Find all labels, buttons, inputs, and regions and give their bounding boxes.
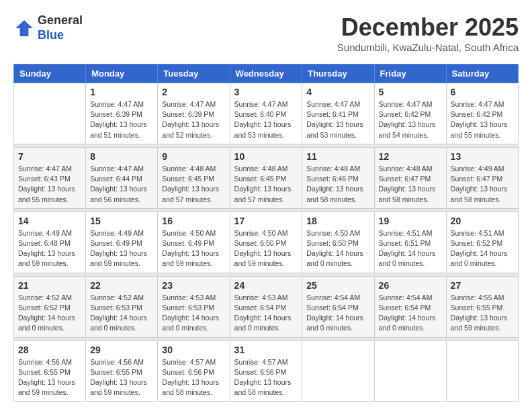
day-info: Sunrise: 4:55 AMSunset: 6:55 PMDaylight:…	[451, 293, 514, 334]
day-number: 31	[234, 345, 298, 355]
calendar-day-cell: 13Sunrise: 4:49 AMSunset: 6:47 PMDayligh…	[446, 147, 518, 208]
title-block: December 2025 Sundumbili, KwaZulu-Natal,…	[337, 13, 519, 53]
day-number: 15	[90, 216, 153, 226]
calendar-day-cell: 5Sunrise: 4:47 AMSunset: 6:42 PMDaylight…	[374, 83, 446, 144]
day-info: Sunrise: 4:56 AMSunset: 6:55 PMDaylight:…	[90, 357, 153, 398]
calendar-day-cell: 1Sunrise: 4:47 AMSunset: 6:39 PMDaylight…	[86, 83, 158, 144]
day-info: Sunrise: 4:49 AMSunset: 6:47 PMDaylight:…	[451, 164, 514, 205]
header-day-wednesday: Wednesday	[230, 64, 302, 83]
calendar-day-cell: 14Sunrise: 4:49 AMSunset: 6:48 PMDayligh…	[14, 212, 86, 273]
logo: General Blue	[13, 13, 83, 42]
day-info: Sunrise: 4:56 AMSunset: 6:55 PMDaylight:…	[18, 357, 81, 398]
logo-general: General	[38, 13, 83, 27]
calendar-day-cell: 21Sunrise: 4:52 AMSunset: 6:52 PMDayligh…	[14, 276, 86, 337]
calendar-day-cell: 3Sunrise: 4:47 AMSunset: 6:40 PMDaylight…	[230, 83, 302, 144]
header-day-friday: Friday	[374, 64, 446, 83]
header-day-tuesday: Tuesday	[158, 64, 230, 83]
calendar-week-row: 7Sunrise: 4:47 AMSunset: 6:43 PMDaylight…	[14, 147, 519, 208]
day-number: 20	[451, 216, 514, 226]
calendar-day-cell: 31Sunrise: 4:57 AMSunset: 6:56 PMDayligh…	[230, 340, 302, 402]
day-info: Sunrise: 4:47 AMSunset: 6:39 PMDaylight:…	[162, 99, 225, 140]
calendar-day-cell: 27Sunrise: 4:55 AMSunset: 6:55 PMDayligh…	[446, 276, 518, 337]
calendar-day-cell: 2Sunrise: 4:47 AMSunset: 6:39 PMDaylight…	[158, 83, 230, 144]
location-subtitle: Sundumbili, KwaZulu-Natal, South Africa	[337, 42, 519, 53]
day-info: Sunrise: 4:47 AMSunset: 6:44 PMDaylight:…	[90, 164, 153, 205]
calendar-week-row: 14Sunrise: 4:49 AMSunset: 6:48 PMDayligh…	[14, 212, 519, 273]
calendar-day-cell	[374, 340, 446, 402]
day-info: Sunrise: 4:48 AMSunset: 6:46 PMDaylight:…	[306, 164, 369, 205]
header-day-monday: Monday	[86, 64, 158, 83]
day-info: Sunrise: 4:52 AMSunset: 6:52 PMDaylight:…	[18, 293, 81, 334]
calendar-day-cell: 19Sunrise: 4:51 AMSunset: 6:51 PMDayligh…	[374, 212, 446, 273]
day-number: 28	[18, 345, 81, 355]
calendar-day-cell: 9Sunrise: 4:48 AMSunset: 6:45 PMDaylight…	[158, 147, 230, 208]
day-number: 6	[451, 87, 514, 97]
day-info: Sunrise: 4:50 AMSunset: 6:50 PMDaylight:…	[234, 228, 298, 269]
calendar-day-cell: 29Sunrise: 4:56 AMSunset: 6:55 PMDayligh…	[86, 340, 158, 402]
day-info: Sunrise: 4:53 AMSunset: 6:53 PMDaylight:…	[162, 293, 225, 334]
day-number: 4	[306, 87, 369, 97]
calendar-day-cell: 22Sunrise: 4:52 AMSunset: 6:53 PMDayligh…	[86, 276, 158, 337]
calendar-day-cell	[446, 340, 518, 402]
calendar-day-cell: 24Sunrise: 4:53 AMSunset: 6:54 PMDayligh…	[230, 276, 302, 337]
day-info: Sunrise: 4:48 AMSunset: 6:45 PMDaylight:…	[234, 164, 298, 205]
day-info: Sunrise: 4:47 AMSunset: 6:40 PMDaylight:…	[234, 99, 298, 140]
calendar-day-cell: 28Sunrise: 4:56 AMSunset: 6:55 PMDayligh…	[14, 340, 86, 402]
calendar-day-cell: 4Sunrise: 4:47 AMSunset: 6:41 PMDaylight…	[302, 83, 374, 144]
day-info: Sunrise: 4:47 AMSunset: 6:42 PMDaylight:…	[451, 99, 514, 140]
day-info: Sunrise: 4:50 AMSunset: 6:49 PMDaylight:…	[162, 228, 225, 269]
day-info: Sunrise: 4:57 AMSunset: 6:56 PMDaylight:…	[234, 357, 298, 398]
header-day-saturday: Saturday	[446, 64, 518, 83]
day-info: Sunrise: 4:53 AMSunset: 6:54 PMDaylight:…	[234, 293, 298, 334]
day-number: 25	[306, 280, 369, 291]
day-number: 27	[451, 280, 514, 291]
day-number: 14	[18, 216, 81, 226]
svg-marker-0	[15, 20, 33, 36]
day-number: 7	[18, 151, 81, 162]
calendar-day-cell: 7Sunrise: 4:47 AMSunset: 6:43 PMDaylight…	[14, 147, 86, 208]
calendar-day-cell: 26Sunrise: 4:54 AMSunset: 6:54 PMDayligh…	[374, 276, 446, 337]
day-info: Sunrise: 4:54 AMSunset: 6:54 PMDaylight:…	[379, 293, 442, 334]
day-number: 19	[379, 216, 442, 226]
day-number: 23	[162, 280, 225, 291]
day-info: Sunrise: 4:57 AMSunset: 6:56 PMDaylight:…	[162, 357, 225, 398]
calendar-week-row: 21Sunrise: 4:52 AMSunset: 6:52 PMDayligh…	[14, 276, 519, 337]
calendar-day-cell: 18Sunrise: 4:50 AMSunset: 6:50 PMDayligh…	[302, 212, 374, 273]
day-number: 21	[18, 280, 81, 291]
calendar-table: SundayMondayTuesdayWednesdayThursdayFrid…	[13, 64, 519, 402]
header-day-sunday: Sunday	[14, 64, 86, 83]
calendar-day-cell: 12Sunrise: 4:48 AMSunset: 6:47 PMDayligh…	[374, 147, 446, 208]
day-number: 9	[162, 151, 225, 162]
header-day-thursday: Thursday	[302, 64, 374, 83]
day-number: 8	[90, 151, 153, 162]
day-info: Sunrise: 4:54 AMSunset: 6:54 PMDaylight:…	[306, 293, 369, 334]
day-info: Sunrise: 4:47 AMSunset: 6:41 PMDaylight:…	[306, 99, 369, 140]
calendar-day-cell: 16Sunrise: 4:50 AMSunset: 6:49 PMDayligh…	[158, 212, 230, 273]
day-info: Sunrise: 4:51 AMSunset: 6:51 PMDaylight:…	[379, 228, 442, 269]
day-number: 2	[162, 87, 225, 97]
day-info: Sunrise: 4:48 AMSunset: 6:45 PMDaylight:…	[162, 164, 225, 205]
day-info: Sunrise: 4:49 AMSunset: 6:48 PMDaylight:…	[18, 228, 81, 269]
day-number: 5	[379, 87, 442, 97]
day-info: Sunrise: 4:49 AMSunset: 6:49 PMDaylight:…	[90, 228, 153, 269]
calendar-day-cell: 15Sunrise: 4:49 AMSunset: 6:49 PMDayligh…	[86, 212, 158, 273]
calendar-week-row: 28Sunrise: 4:56 AMSunset: 6:55 PMDayligh…	[14, 340, 519, 402]
day-info: Sunrise: 4:50 AMSunset: 6:50 PMDaylight:…	[306, 228, 369, 269]
day-number: 1	[90, 87, 153, 97]
day-number: 29	[90, 345, 153, 355]
calendar-day-cell: 20Sunrise: 4:51 AMSunset: 6:52 PMDayligh…	[446, 212, 518, 273]
logo-text: General Blue	[38, 13, 83, 42]
day-info: Sunrise: 4:51 AMSunset: 6:52 PMDaylight:…	[451, 228, 514, 269]
calendar-day-cell: 23Sunrise: 4:53 AMSunset: 6:53 PMDayligh…	[158, 276, 230, 337]
day-number: 24	[234, 280, 298, 291]
day-number: 13	[451, 151, 514, 162]
day-info: Sunrise: 4:47 AMSunset: 6:42 PMDaylight:…	[379, 99, 442, 140]
calendar-day-cell: 10Sunrise: 4:48 AMSunset: 6:45 PMDayligh…	[230, 147, 302, 208]
logo-blue: Blue	[38, 28, 64, 42]
day-number: 3	[234, 87, 298, 97]
day-info: Sunrise: 4:52 AMSunset: 6:53 PMDaylight:…	[90, 293, 153, 334]
day-info: Sunrise: 4:47 AMSunset: 6:43 PMDaylight:…	[18, 164, 81, 205]
calendar-day-cell	[14, 83, 86, 144]
logo-icon	[13, 17, 35, 39]
calendar-day-cell	[302, 340, 374, 402]
